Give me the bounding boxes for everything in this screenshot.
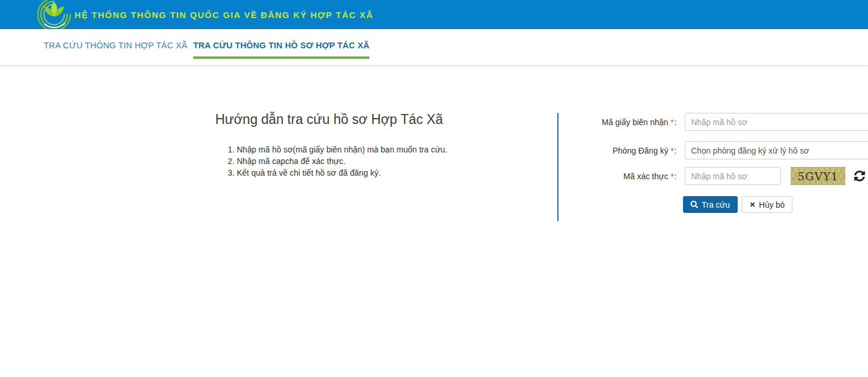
guide-steps: Nhập mã hồ sơ(mã giấy biên nhận) mà bạn … <box>215 144 465 179</box>
required-asterisk: * <box>671 172 674 181</box>
registration-office-select[interactable]: Chọn phòng đăng ký xử lý hồ sơ <box>685 141 868 159</box>
guide-title: Hướng dẫn tra cứu hồ sơ Hợp Tác Xã <box>215 112 465 127</box>
guide-step: Nhập mã capcha để xác thực. <box>237 155 465 167</box>
label-colon: : <box>674 172 677 181</box>
required-asterisk: * <box>671 146 674 155</box>
cancel-button[interactable]: Hủy bỏ <box>742 196 792 213</box>
tab-tra-cuu-thong-tin-ho-so-hop-tac-xa[interactable]: TRA CỨU THÔNG TIN HỒ SƠ HỢP TÁC XÃ <box>193 29 369 59</box>
verification-code-label-text: Mã xác thực <box>624 172 668 181</box>
captcha-refresh-button[interactable] <box>853 169 866 182</box>
app-title: HỆ THỐNG THÔNG TIN QUỐC GIA VỀ ĐĂNG KÝ H… <box>74 0 373 29</box>
form-row-verification-code: Mã xác thực*: 5GVY1 <box>558 167 868 185</box>
verification-code-input[interactable] <box>685 167 781 185</box>
guide-step: Kết quả trả về chi tiết hồ sơ đã đăng ký… <box>237 167 465 179</box>
tab-bar: TRA CỨU THÔNG TIN HỢP TÁC XÃ TRA CỨU THÔ… <box>0 29 868 66</box>
captcha-text: 5GVY1 <box>798 170 839 183</box>
search-button-label: Tra cứu <box>702 200 730 209</box>
form-row-registration-office: Phòng Đăng ký*: Chọn phòng đăng ký xử lý… <box>558 141 868 159</box>
registration-office-label: Phòng Đăng ký*: <box>558 141 677 159</box>
search-button[interactable]: Tra cứu <box>683 196 738 213</box>
receipt-code-input[interactable] <box>685 113 868 131</box>
verification-code-label: Mã xác thực*: <box>558 167 677 185</box>
registration-office-label-text: Phòng Đăng ký <box>613 146 668 155</box>
captcha-image: 5GVY1 <box>791 167 845 185</box>
guide-section: Hướng dẫn tra cứu hồ sơ Hợp Tác Xã Nhập … <box>215 112 465 179</box>
receipt-code-label: Mã giấy biên nhận*: <box>558 113 677 131</box>
close-icon <box>749 201 756 208</box>
refresh-icon <box>854 170 865 182</box>
receipt-code-label-text: Mã giấy biên nhận <box>602 118 668 127</box>
tab-tra-cuu-thong-tin-hop-tac-xa[interactable]: TRA CỨU THÔNG TIN HỢP TÁC XÃ <box>44 29 187 50</box>
label-colon: : <box>674 118 677 127</box>
form-buttons: Tra cứu Hủy bỏ <box>683 196 792 213</box>
guide-step: Nhập mã hồ sơ(mã giấy biên nhận) mà bạn … <box>237 144 465 155</box>
app-logo-icon <box>36 0 72 29</box>
app-header: HỆ THỐNG THÔNG TIN QUỐC GIA VỀ ĐĂNG KÝ H… <box>0 0 868 29</box>
required-asterisk: * <box>671 118 674 127</box>
label-colon: : <box>674 146 677 155</box>
form-row-receipt-code: Mã giấy biên nhận*: <box>558 113 868 131</box>
cancel-button-label: Hủy bỏ <box>759 200 785 209</box>
search-icon <box>691 201 698 208</box>
